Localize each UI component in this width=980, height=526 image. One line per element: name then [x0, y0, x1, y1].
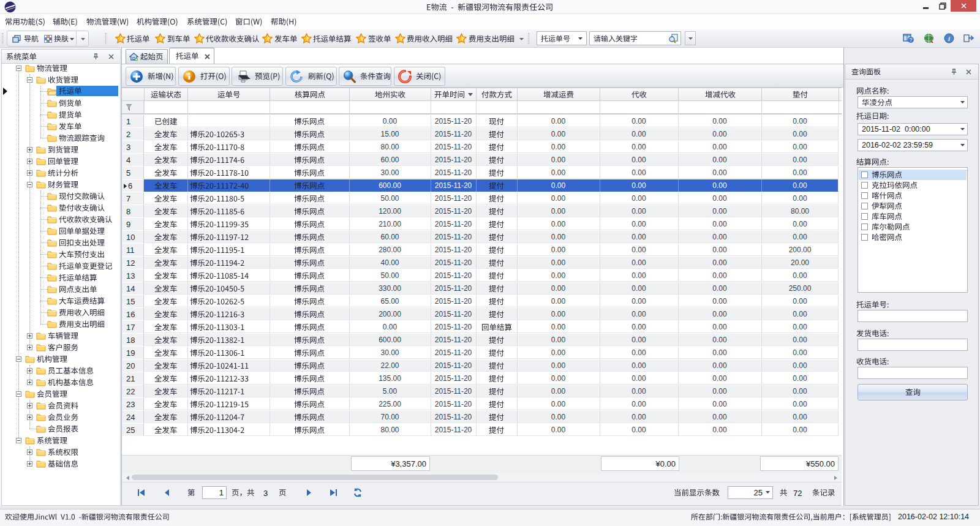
svg-text:?: ? — [909, 37, 912, 43]
